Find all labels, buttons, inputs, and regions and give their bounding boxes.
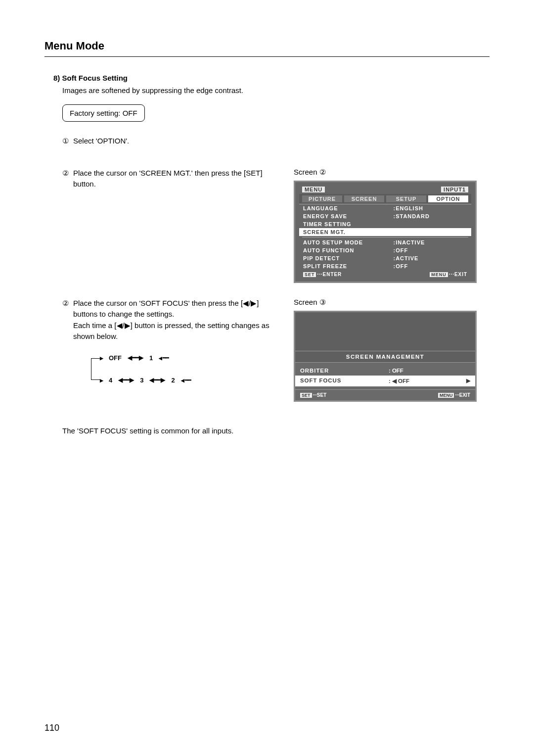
osd2-row: LANGUAGE:ENGLISH [299, 204, 471, 212]
cycle-2: 2 [171, 377, 175, 384]
step-1-number: ① [62, 136, 73, 147]
cycle-diagram: OFF ◀━━▶ 1 ━━ 4 ◀━━▶ 3 ◀━━▶ 2 ━━ [82, 353, 211, 385]
osd2-footer-left-chip: SET [303, 272, 316, 277]
cycle-3: 3 [140, 377, 143, 384]
osd2-row: PIP DETECT:ACTIVE [299, 254, 471, 262]
osd2-row-value [394, 229, 467, 235]
osd2-row: SPLIT FREEZE:OFF [299, 262, 471, 270]
osd3-row-softfocus: SOFT FOCUS : ◀ OFF ▶ [295, 376, 475, 386]
osd2-footer-right: ···EXIT [449, 272, 467, 277]
osd3-row-orbiter: ORBITER : OFF [295, 366, 475, 376]
cycle-off: OFF [109, 354, 122, 362]
osd-screen-3: SCREEN MANAGEMENT ORBITER : OFF SOFT FOC… [294, 311, 477, 402]
tab-option: OPTION [428, 195, 468, 202]
page-number: 110 [44, 723, 59, 733]
osd2-row: TIMER SETTING [299, 220, 471, 228]
osd3-footer-right: ···EXIT [455, 392, 470, 398]
osd3-footer-left-chip: SET [300, 393, 312, 398]
osd2-row: AUTO SETUP MODE:INACTIVE [299, 238, 471, 246]
step-2-number: ② [62, 168, 73, 190]
osd2-row-label: SPLIT FREEZE [303, 263, 394, 269]
osd3-softfocus-value: : ◀ OFF [389, 378, 466, 384]
osd2-row-value: :ACTIVE [394, 255, 467, 261]
osd3-orbiter-value: : OFF [389, 368, 470, 374]
screen-2-label: Screen ② [294, 168, 490, 177]
bidir-arrow-icon: ◀━━▶ [118, 377, 134, 383]
step-3-text-b: Each time a [◀/▶] button is pressed, the… [73, 320, 281, 342]
step-3-text-a: Place the cursor on 'SOFT FOCUS' then pr… [73, 298, 281, 320]
osd2-row-label: AUTO SETUP MODE [303, 239, 394, 245]
osd2-row-value: :ENGLISH [394, 205, 467, 211]
osd2-footer: SET···ENTER MENU···EXIT [299, 270, 471, 279]
osd2-row-label: TIMER SETTING [303, 221, 394, 227]
triangle-right-icon: ▶ [466, 378, 470, 384]
screen-3-label: Screen ③ [294, 298, 490, 307]
step-1: ① Select 'OPTION'. [62, 136, 490, 147]
osd3-footer: SET···SET MENU···EXIT [295, 389, 475, 400]
arrow-right-icon [100, 377, 103, 383]
tab-setup: SETUP [386, 195, 426, 202]
section-intro: Images are softened by suppressing the e… [62, 85, 490, 95]
cycle-4: 4 [109, 377, 112, 384]
bidir-arrow-icon: ◀━━▶ [128, 354, 143, 361]
section-heading: 8) Soft Focus Setting [53, 74, 490, 82]
osd2-row-value: :OFF [394, 247, 467, 253]
osd3-softfocus-label: SOFT FOCUS [300, 378, 389, 384]
osd2-row: ENERGY SAVE:STANDARD [299, 212, 471, 220]
osd-screen-2: MENU INPUT1 PICTURE SCREEN SETUP OPTION … [294, 181, 477, 283]
osd2-tabs: PICTURE SCREEN SETUP OPTION [299, 194, 471, 204]
page-title: Menu Mode [44, 40, 490, 57]
step-3-number: ② [62, 298, 73, 342]
bidir-arrow-icon: ◀━━▶ [149, 377, 165, 383]
osd2-footer-right-chip: MENU [430, 272, 447, 277]
osd2-footer-left: ···ENTER [317, 272, 342, 277]
osd2-row-value [394, 221, 467, 227]
arrow-left-icon: ━━ [181, 377, 191, 383]
step-2: ② Place the cursor on 'SCREEN MGT.' then… [62, 168, 281, 190]
osd2-row-value: :OFF [394, 263, 467, 269]
osd2-row-label: ENERGY SAVE [303, 213, 394, 219]
osd2-top-right: INPUT1 [441, 187, 468, 192]
step-1-text: Select 'OPTION'. [73, 136, 490, 147]
step-3: ② Place the cursor on 'SOFT FOCUS' then … [62, 298, 281, 342]
osd3-orbiter-label: ORBITER [300, 368, 389, 374]
osd2-top-left: MENU [302, 187, 325, 192]
tab-picture: PICTURE [302, 195, 342, 202]
osd2-row-label: LANGUAGE [303, 205, 394, 211]
osd2-row-label: AUTO FUNCTION [303, 247, 394, 253]
cycle-1: 1 [149, 354, 153, 362]
osd2-row-value: :STANDARD [394, 213, 467, 219]
osd2-row-label: SCREEN MGT. [303, 229, 394, 235]
osd2-row: SCREEN MGT. [299, 228, 471, 236]
osd2-row-label: PIP DETECT [303, 255, 394, 261]
osd2-row: AUTO FUNCTION:OFF [299, 246, 471, 254]
arrow-left-icon: ━━ [159, 355, 169, 361]
footnote: The 'SOFT FOCUS' setting is common for a… [62, 426, 490, 435]
osd3-title: SCREEN MANAGEMENT [295, 351, 475, 363]
tab-screen: SCREEN [344, 195, 384, 202]
osd2-row-value: :INACTIVE [394, 239, 467, 245]
arrow-right-icon [100, 355, 103, 361]
osd3-footer-left: ···SET [313, 392, 327, 398]
factory-setting-box: Factory setting: OFF [62, 104, 145, 122]
osd3-footer-right-chip: MENU [438, 393, 454, 398]
step-2-text: Place the cursor on 'SCREEN MGT.' then p… [73, 168, 281, 190]
